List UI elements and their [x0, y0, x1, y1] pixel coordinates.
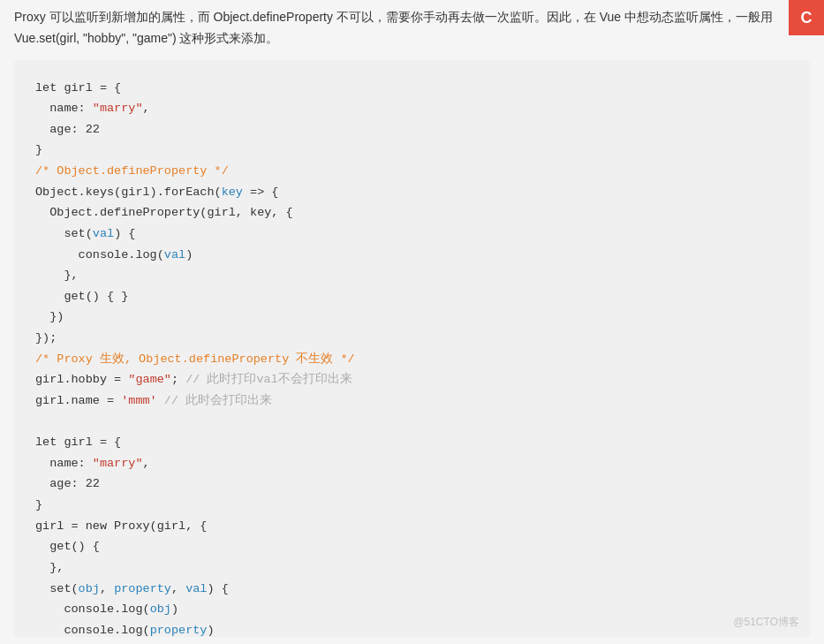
intro-text: Proxy 可以监听到新增加的属性，而 Object.definePropert…: [0, 0, 824, 60]
code-area: let girl = { name: "marry", age: 22 } /*…: [14, 60, 810, 637]
code-line-14: /* Proxy 生效, Object.defineProperty 不生效 *…: [35, 349, 789, 370]
code-block: let girl = { name: "marry", age: 22 } /*…: [35, 78, 789, 637]
intro-content: Proxy 可以监听到新增加的属性，而 Object.definePropert…: [14, 10, 773, 45]
code-line-27: console.log(property): [35, 620, 789, 637]
code-line-23: get() {: [35, 536, 789, 557]
code-line-16: girl.name = 'mmm' // 此时会打印出来: [35, 390, 789, 412]
code-line-3: age: 22: [35, 119, 789, 140]
code-line-4: }: [35, 140, 789, 161]
code-line-15: girl.hobby = "game"; // 此时打印val不会打印出来: [35, 369, 789, 390]
watermark: @51CTO博客: [733, 615, 799, 630]
code-line-22: girl = new Proxy(girl, {: [35, 516, 789, 537]
code-line-12: }): [35, 307, 789, 328]
code-line-26: console.log(obj): [35, 599, 789, 620]
code-line-5: /* Object.defineProperty */: [35, 161, 789, 182]
watermark-text: @51CTO博客: [733, 616, 799, 628]
code-line-19: name: "marry",: [35, 453, 789, 474]
code-line-20: age: 22: [35, 474, 789, 495]
logo-text: C: [801, 9, 813, 27]
code-line-13: });: [35, 328, 789, 349]
code-line-8: set(val) {: [35, 224, 789, 245]
code-line-17: [35, 412, 789, 433]
code-line-7: Object.defineProperty(girl, key, {: [35, 202, 789, 224]
code-line-2: name: "marry",: [35, 98, 789, 119]
code-line-21: }: [35, 495, 789, 516]
code-line-9: console.log(val): [35, 245, 789, 266]
code-line-18: let girl = {: [35, 432, 789, 453]
logo-area: C: [789, 0, 824, 35]
code-line-25: set(obj, property, val) {: [35, 579, 789, 600]
code-line-10: },: [35, 265, 789, 286]
code-line-24: },: [35, 557, 789, 579]
code-line-6: Object.keys(girl).forEach(key => {: [35, 182, 789, 203]
code-line-11: get() { }: [35, 286, 789, 307]
page-container: C Proxy 可以监听到新增加的属性，而 Object.definePrope…: [0, 0, 824, 644]
code-line-1: let girl = {: [35, 78, 789, 99]
